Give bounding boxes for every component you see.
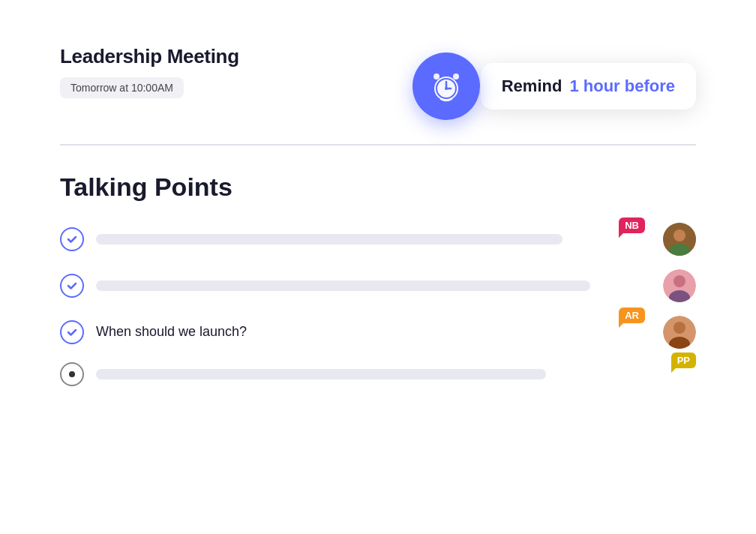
check-icon [66,326,78,338]
section-divider [60,144,696,146]
meeting-title: Leadership Meeting [60,45,239,68]
row-left: NB [60,227,645,251]
tag-badge-nb: NB [619,218,645,233]
talking-points-list: NB [60,223,696,386]
checkbox-checked[interactable] [60,274,84,298]
row-left [60,274,645,298]
bullet-icon [60,362,84,386]
check-icon [66,280,78,292]
svg-point-0 [434,74,440,80]
checkbox-checked[interactable] [60,227,84,251]
avatar-3 [663,316,696,349]
avatar-svg-1 [663,223,696,256]
remind-card: Remind 1 hour before [481,63,696,110]
list-item [60,269,696,302]
avatar-svg-2 [663,269,696,302]
content-area [96,280,645,291]
check-icon [66,233,78,245]
content-area: When should we launch? AR [96,324,645,340]
list-item: NB [60,223,696,256]
svg-point-1 [453,74,459,80]
content-bar [96,234,562,244]
meeting-time-badge: Tomorrow at 10:00AM [60,77,184,98]
row-left: PP [60,362,696,386]
tag-badge-pp: PP [671,352,696,368]
content-bar [96,369,546,380]
bullet-dot [69,371,75,377]
svg-point-14 [674,322,686,334]
list-item: PP [60,362,696,386]
remind-label: Remind [502,76,562,96]
list-item: When should we launch? AR [60,316,696,349]
svg-point-6 [445,87,448,90]
top-section: Leadership Meeting Tomorrow at 10:00AM [60,45,696,120]
avatar-1 [663,223,696,256]
remind-highlight: 1 hour before [569,76,675,96]
talking-points-title: Talking Points [60,172,696,202]
meeting-info: Leadership Meeting Tomorrow at 10:00AM [60,45,239,98]
svg-point-11 [674,275,686,287]
talking-points-section: Talking Points NB [60,172,696,386]
item-text: When should we launch? [96,324,247,340]
alarm-clock-icon [428,68,465,105]
tag-badge-ar: AR [619,308,645,323]
reminder-section: Remind 1 hour before [412,52,696,120]
checkbox-checked[interactable] [60,320,84,344]
svg-point-8 [674,230,686,242]
row-left: When should we launch? AR [60,320,645,344]
avatar-svg-3 [663,316,696,349]
main-container: Leadership Meeting Tomorrow at 10:00AM [0,0,756,431]
content-area: PP [96,369,696,380]
content-bar [96,280,590,291]
alarm-icon-circle [412,52,480,120]
avatar-2 [663,269,696,302]
content-area: NB [96,234,645,244]
